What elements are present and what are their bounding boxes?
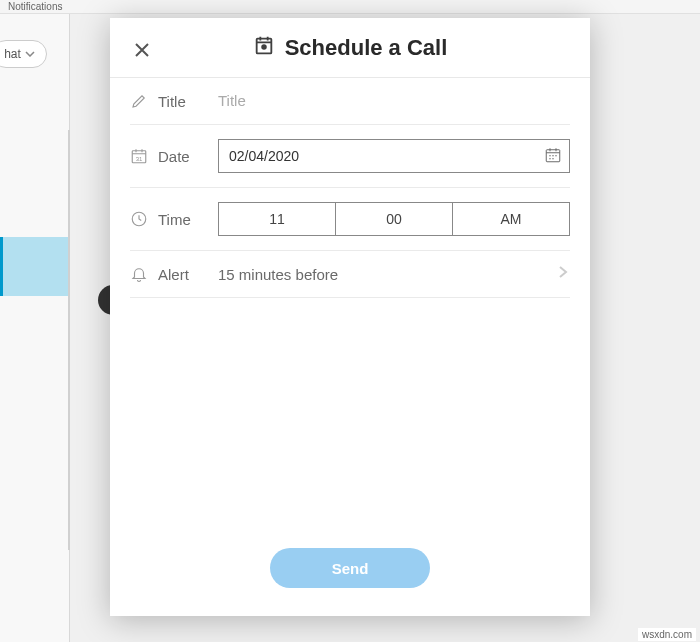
time-row: Time 11 00 AM [130, 188, 570, 251]
svg-text:31: 31 [136, 156, 143, 162]
alert-value: 15 minutes before [218, 266, 556, 283]
pencil-icon [130, 92, 158, 110]
sidebar-item[interactable] [0, 119, 69, 178]
close-button[interactable] [132, 40, 152, 60]
time-hour[interactable]: 11 [219, 203, 336, 235]
schedule-call-modal: Schedule a Call Title 31 Date [110, 18, 590, 616]
date-label: Date [158, 148, 218, 165]
modal-footer: Send [110, 532, 590, 616]
send-button[interactable]: Send [270, 548, 430, 588]
chevron-down-icon [25, 51, 35, 57]
title-input[interactable] [218, 92, 570, 109]
sidebar-item[interactable] [0, 414, 69, 473]
chevron-right-icon [556, 265, 570, 283]
sidebar-item[interactable] [0, 473, 69, 532]
chat-filter-dropdown[interactable]: hat [0, 40, 47, 68]
time-label: Time [158, 211, 218, 228]
sidebar-item[interactable] [0, 355, 69, 414]
sidebar-item-active[interactable] [0, 237, 69, 296]
date-row: 31 Date [130, 125, 570, 188]
sidebar [0, 14, 70, 642]
sidebar-item[interactable] [0, 178, 69, 237]
sidebar-item[interactable] [0, 296, 69, 355]
modal-title: Schedule a Call [285, 35, 448, 61]
notifications-bar: Notifications [0, 0, 700, 14]
alert-row[interactable]: Alert 15 minutes before [130, 251, 570, 298]
modal-header: Schedule a Call [110, 18, 590, 78]
time-picker: 11 00 AM [218, 202, 570, 236]
modal-title-wrap: Schedule a Call [110, 35, 590, 61]
sidebar-item[interactable] [0, 532, 69, 591]
alert-label: Alert [158, 266, 218, 283]
calendar-phone-icon [253, 35, 275, 61]
clock-icon [130, 210, 158, 228]
close-icon [135, 43, 149, 57]
title-row: Title [130, 78, 570, 125]
sidebar-divider [68, 130, 70, 550]
watermark: wsxdn.com [638, 628, 696, 641]
date-input[interactable] [218, 139, 570, 173]
svg-point-0 [261, 44, 267, 50]
time-period[interactable]: AM [453, 203, 569, 235]
calendar-icon: 31 [130, 147, 158, 165]
bell-icon [130, 265, 158, 283]
modal-body: Title 31 Date Time 1 [110, 78, 590, 532]
title-label: Title [158, 93, 218, 110]
chat-filter-label: hat [4, 47, 21, 61]
time-minute[interactable]: 00 [336, 203, 453, 235]
